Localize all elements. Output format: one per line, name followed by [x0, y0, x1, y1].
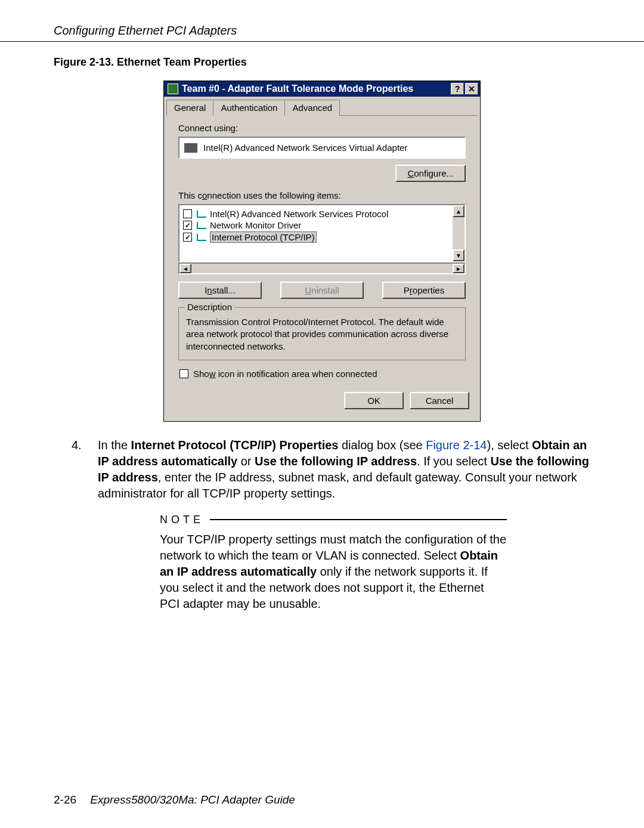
install-button[interactable]: Install... [178, 282, 262, 299]
checkbox-icon[interactable] [179, 369, 188, 378]
window-sys-icon [168, 84, 178, 94]
list-item[interactable]: Internet Protocol (TCP/IP) [183, 231, 461, 243]
show-icon-label: Show icon in notification area when conn… [193, 369, 377, 379]
show-icon-row[interactable]: Show icon in notification area when conn… [179, 369, 466, 379]
scroll-down-icon[interactable]: ▼ [453, 249, 465, 261]
configure-button[interactable]: Configure... [395, 165, 466, 182]
note-body: Your TCP/IP property settings must match… [160, 532, 507, 612]
description-group: Description Transmission Control Protoco… [178, 307, 466, 360]
tab-general[interactable]: General [166, 100, 213, 116]
window-title: Team #0 - Adapter Fault Tolerance Mode P… [182, 84, 450, 94]
close-button[interactable]: ✕ [465, 83, 478, 95]
step-number: 4. [72, 437, 98, 502]
properties-button[interactable]: Properties [382, 282, 466, 299]
cancel-button[interactable]: Cancel [410, 392, 469, 409]
nic-icon [184, 143, 197, 153]
tab-authentication[interactable]: Authentication [213, 100, 285, 116]
titlebar: Team #0 - Adapter Fault Tolerance Mode P… [164, 81, 480, 97]
tab-advanced[interactable]: Advanced [284, 100, 340, 116]
book-title: Express5800/320Ma: PCI Adapter Guide [90, 793, 295, 806]
help-button[interactable]: ? [451, 83, 464, 95]
items-label: This connection uses the following items… [178, 190, 466, 200]
note-heading: NOTE [160, 512, 204, 527]
list-item[interactable]: Network Monitor Driver [183, 220, 461, 230]
item-label-selected: Internet Protocol (TCP/IP) [210, 231, 317, 243]
scroll-up-icon[interactable]: ▲ [453, 205, 465, 217]
step-4: 4. In the Internet Protocol (TCP/IP) Pro… [0, 437, 644, 502]
note-rule [210, 519, 507, 520]
dialog-screenshot: Team #0 - Adapter Fault Tolerance Mode P… [0, 81, 644, 422]
protocol-icon [197, 211, 206, 218]
scroll-right-icon[interactable]: ► [453, 264, 465, 273]
description-text: Transmission Control Protocol/Internet P… [186, 316, 458, 353]
note-block: NOTE Your TCP/IP property settings must … [160, 512, 644, 612]
description-title: Description [185, 302, 234, 312]
scroll-left-icon[interactable]: ◄ [179, 264, 191, 273]
ok-button[interactable]: OK [344, 392, 404, 409]
page-footer: 2-26 Express5800/320Ma: PCI Adapter Guid… [54, 793, 295, 807]
horizontal-scrollbar[interactable]: ◄ ► [178, 262, 466, 274]
tab-strip: General Authentication Advanced [166, 99, 478, 116]
uninstall-button: Uninstall [280, 282, 364, 299]
checkbox-icon[interactable] [183, 221, 192, 230]
step-text: In the Internet Protocol (TCP/IP) Proper… [98, 437, 590, 502]
item-label: Intel(R) Advanced Network Services Proto… [210, 209, 388, 219]
running-head: Configuring Ethernet PCI Adapters [0, 0, 644, 42]
protocol-icon [197, 222, 206, 229]
protocol-icon [197, 234, 206, 241]
checkbox-icon[interactable] [183, 209, 192, 218]
items-listbox[interactable]: Intel(R) Advanced Network Services Proto… [178, 204, 466, 262]
figure-caption: Figure 2-13. Ethernet Team Properties [0, 56, 644, 69]
page-number: 2-26 [54, 793, 76, 806]
connect-using-label: Connect using: [178, 123, 466, 133]
adapter-name: Intel(R) Advanced Network Services Virtu… [203, 143, 407, 153]
list-item[interactable]: Intel(R) Advanced Network Services Proto… [183, 209, 461, 219]
vertical-scrollbar[interactable]: ▲ ▼ [453, 205, 465, 261]
checkbox-icon[interactable] [183, 233, 192, 242]
item-label: Network Monitor Driver [210, 220, 301, 230]
figure-link[interactable]: Figure 2-14 [426, 438, 487, 452]
adapter-field: Intel(R) Advanced Network Services Virtu… [178, 137, 466, 159]
